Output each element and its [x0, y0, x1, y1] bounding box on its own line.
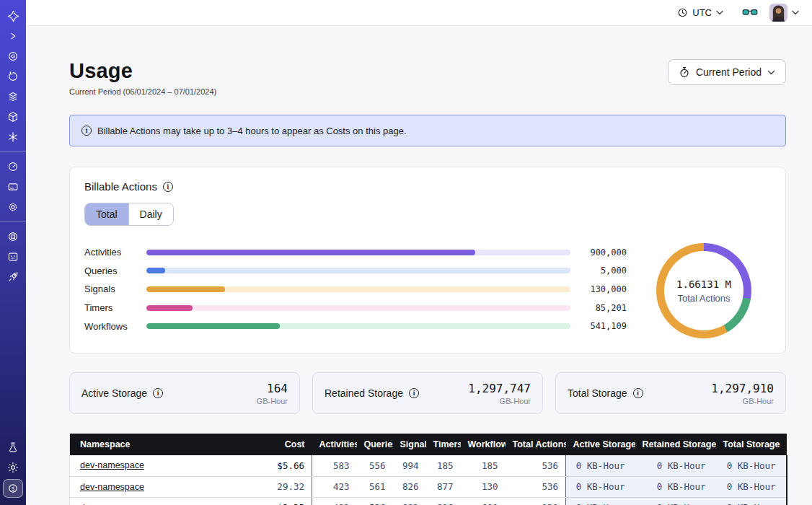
- bar-track: [146, 250, 570, 255]
- queries-cell: 561: [357, 476, 393, 497]
- temporal-logo-icon[interactable]: [0, 6, 26, 26]
- total-storage-card: Total Storage i 1,297,910 GB-Hour: [555, 372, 786, 414]
- sidebar-spacer: [0, 287, 26, 437]
- col-timers: Timers: [426, 434, 461, 455]
- page-subtitle: Current Period (06/01/2024 – 07/01/2024): [69, 87, 216, 96]
- bar-label: Signals: [84, 284, 133, 294]
- bar-value: 900,000: [582, 247, 627, 258]
- cube-icon[interactable]: [0, 107, 26, 127]
- bar-track: [146, 323, 570, 329]
- storage-card-unit: GB-Hour: [711, 397, 774, 405]
- timezone-selector[interactable]: UTC: [677, 7, 723, 18]
- account-menu-chevron[interactable]: [792, 10, 799, 15]
- namespace-link[interactable]: dev-namespace: [80, 460, 144, 470]
- queries-cell: 556: [357, 455, 393, 476]
- bar-label: Queries: [84, 265, 133, 276]
- workflows-cell: 130: [461, 476, 506, 497]
- timers-cell: 877: [426, 476, 461, 497]
- bar-fill: [146, 268, 165, 273]
- theme-sun-icon[interactable]: [0, 457, 26, 478]
- bar-fill: [146, 250, 475, 255]
- svg-text:$: $: [12, 486, 15, 492]
- activities-cell: 583: [312, 455, 357, 476]
- namespace-link[interactable]: dev-namespace: [80, 503, 144, 505]
- bar-row-signals: Signals 130,000: [84, 280, 627, 299]
- bar-label: Workflows: [84, 321, 133, 332]
- total-storage-cell: 0 KB-Hour: [716, 476, 787, 497]
- support-lifebuoy-icon[interactable]: [0, 227, 26, 247]
- namespaces-icon[interactable]: [0, 46, 26, 66]
- history-icon[interactable]: [0, 66, 26, 87]
- info-icon[interactable]: i: [409, 388, 419, 398]
- bar-row-activities: Activities 900,000: [84, 243, 627, 262]
- info-icon[interactable]: i: [633, 388, 643, 398]
- active-storage-cell: 0 KB-Hour: [566, 476, 635, 497]
- labs-flask-icon[interactable]: [0, 437, 26, 457]
- nexus-asterisk-icon[interactable]: [0, 127, 26, 147]
- feedback-screen-icon[interactable]: [0, 247, 26, 267]
- cost-cell: 29.32: [259, 476, 312, 497]
- info-icon[interactable]: i: [163, 182, 173, 192]
- namespace-link[interactable]: dev-namespace: [80, 482, 144, 492]
- donut-total-value: 1.66131 M: [676, 278, 731, 290]
- storage-card-label: Active Storage: [81, 387, 147, 399]
- main-content: Usage Current Period (06/01/2024 – 07/01…: [26, 26, 812, 505]
- chevron-down-icon: [792, 10, 799, 15]
- gauge-icon[interactable]: [0, 157, 26, 177]
- sidebar: $: [0, 0, 26, 505]
- rocket-icon[interactable]: [0, 267, 26, 287]
- banner-text: Billable Actions may take up to 3–4 hour…: [97, 126, 407, 136]
- chevron-down-icon: [767, 70, 775, 75]
- donut-center: 1.66131 M Total Actions: [664, 251, 743, 330]
- queries-cell: 536: [357, 497, 393, 505]
- active-storage-card: Active Storage i 164 GB-Hour: [69, 372, 300, 414]
- billable-actions-card: Billable Actions i Total Daily Activitie…: [69, 167, 786, 354]
- col-total-actions: Total Actions: [506, 434, 566, 455]
- col-total-storage: Total Storage: [716, 434, 787, 455]
- bar-track: [146, 286, 570, 292]
- cost-cell: $5.66: [259, 455, 312, 476]
- billable-actions-title: Billable Actions: [84, 180, 157, 193]
- info-banner: i Billable Actions may take up to 3–4 ho…: [69, 115, 786, 146]
- current-period-button[interactable]: Current Period: [668, 59, 786, 85]
- info-icon[interactable]: i: [153, 388, 163, 398]
- settings-gear-icon[interactable]: [0, 197, 26, 217]
- retained-storage-cell: 0 KB-Hour: [635, 497, 716, 505]
- bar-track: [146, 305, 570, 311]
- bar-row-queries: Queries 5,000: [84, 262, 627, 281]
- tab-total[interactable]: Total: [85, 203, 128, 225]
- col-activities: Activities: [312, 434, 357, 455]
- active-storage-cell: 0 KB-Hour: [566, 455, 635, 476]
- stacks-icon[interactable]: [0, 87, 26, 107]
- expand-chevron-icon[interactable]: [0, 26, 26, 46]
- usage-coin-icon[interactable]: $: [3, 479, 23, 498]
- topbar: UTC: [26, 0, 812, 26]
- activities-cell: 492: [312, 497, 357, 505]
- card-icon[interactable]: [0, 177, 26, 197]
- avatar[interactable]: [769, 4, 787, 22]
- bar-label: Timers: [84, 302, 133, 313]
- bar-value: 85,201: [582, 303, 627, 313]
- bar-fill: [146, 323, 280, 329]
- col-signals: Signals: [393, 434, 426, 455]
- info-icon: i: [81, 126, 92, 136]
- sidebar-divider: [0, 221, 26, 222]
- page-header: Usage Current Period (06/01/2024 – 07/01…: [69, 59, 786, 96]
- active-storage-cell: 0 KB-Hour: [566, 497, 635, 505]
- col-queries: Queries: [357, 434, 393, 455]
- namespace-usage-table: Namespace Cost Activities Queries Signal…: [69, 434, 787, 505]
- total-actions-cell: 130: [506, 497, 566, 505]
- tab-daily[interactable]: Daily: [128, 203, 173, 225]
- col-active-storage: Active Storage: [566, 434, 635, 455]
- stopwatch-icon: [679, 66, 690, 78]
- table-row: dev-namespace $5.66 583 556 994 185 185 …: [70, 455, 787, 476]
- signals-cell: 994: [393, 455, 426, 476]
- sidebar-divider: [0, 152, 26, 152]
- col-namespace: Namespace: [70, 434, 259, 455]
- bar-value: 5,000: [582, 265, 627, 276]
- bar-fill: [146, 286, 225, 292]
- activities-cell: 423: [312, 476, 357, 497]
- donut-total-caption: Total Actions: [678, 293, 731, 304]
- goggles-icon[interactable]: [742, 7, 758, 18]
- total-actions-cell: 536: [506, 476, 566, 497]
